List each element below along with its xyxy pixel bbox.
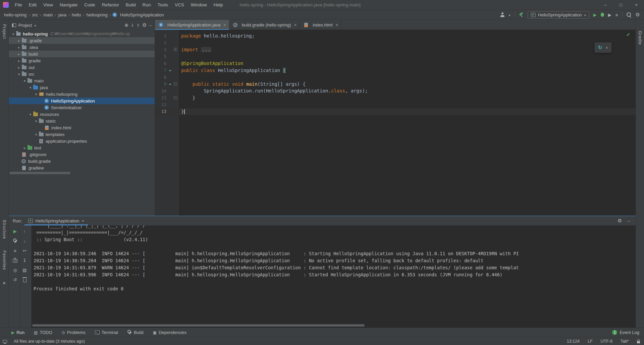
chevron-down-icon[interactable]: ▾ — [11, 32, 16, 36]
tree-item-build-gradle[interactable]: Gbuild.gradle — [9, 158, 155, 164]
menu-code[interactable]: Code — [81, 0, 98, 10]
close-tab-icon[interactable]: × — [294, 22, 297, 27]
menu-view[interactable]: View — [40, 0, 56, 10]
tree-item-main[interactable]: ▾main — [9, 77, 155, 84]
tree-item-gradle[interactable]: ▸gradle — [9, 57, 155, 64]
project-panel-title[interactable]: Project — [18, 23, 32, 28]
collapse-all-icon[interactable] — [137, 23, 140, 28]
tree-item-build[interactable]: ▸build — [9, 51, 155, 57]
rerun-button[interactable]: ▶ — [12, 228, 18, 234]
toolwindow-button-terminal[interactable]: >_Terminal — [95, 330, 118, 335]
scroll-to-end-button[interactable]: ↧ — [21, 257, 28, 264]
run-line-icon[interactable]: ▶ — [168, 69, 173, 72]
editor-area[interactable]: 1package hello.hellospring;23+import ...… — [155, 30, 636, 216]
run-tab[interactable]: ▶ HelloSpringApplication — [24, 216, 88, 225]
settings-gear-icon[interactable] — [636, 12, 640, 18]
profile-dropdown-icon[interactable] — [509, 12, 511, 17]
menu-window[interactable]: Window — [187, 0, 210, 10]
close-tab-icon[interactable]: × — [335, 22, 338, 27]
editor-tab-hellospringapplication-java[interactable]: CHelloSpringApplication.java× — [155, 20, 229, 30]
chevron-down-icon[interactable]: ▾ — [22, 79, 27, 83]
chevron-right-icon[interactable]: ▸ — [16, 66, 21, 69]
menu-help[interactable]: Help — [210, 0, 226, 10]
caret-position-widget[interactable]: 13:124 — [567, 339, 580, 344]
edit-configuration-button[interactable] — [12, 237, 18, 244]
close-run-tab-icon[interactable] — [82, 218, 84, 223]
chevron-down-icon[interactable]: ▾ — [34, 133, 39, 136]
inspections-ok-icon[interactable] — [626, 32, 630, 37]
soft-wrap-button[interactable]: ↩ — [21, 247, 28, 254]
run-configuration-select[interactable]: ▶ HelloSpringApplication — [528, 11, 589, 19]
fold-marker-icon[interactable]: − — [173, 82, 178, 86]
up-stacktrace-button[interactable]: ↑ — [21, 228, 28, 234]
down-stacktrace-button[interactable]: ↓ — [21, 237, 28, 244]
build-hammer-icon[interactable] — [519, 12, 524, 17]
stop-button[interactable] — [615, 12, 618, 17]
tree-item-application-properties[interactable]: application.properties — [9, 138, 155, 144]
tree-item-gitignore[interactable]: .gitignore — [9, 151, 155, 158]
toolwindow-button-run[interactable]: ▶Run — [11, 330, 24, 335]
tree-item-index-html[interactable]: index.html — [9, 124, 155, 131]
stop-button[interactable]: ■ — [12, 247, 18, 254]
event-log-button[interactable]: 1 Event Log — [612, 330, 639, 335]
debug-button[interactable] — [601, 13, 604, 17]
breadcrumb-item-hello-spring[interactable]: hello-spring — [3, 12, 27, 17]
chevron-right-icon[interactable]: ▸ — [16, 52, 21, 56]
chevron-right-icon[interactable]: ▸ — [16, 46, 21, 49]
run-line-icon[interactable]: ▶ — [168, 82, 173, 86]
toolwindow-toggle-icon[interactable] — [3, 340, 7, 343]
tree-item-hellospringapplication[interactable]: CHelloSpringApplication — [9, 97, 155, 104]
close-tab-icon[interactable]: × — [223, 22, 226, 27]
chevron-down-icon[interactable]: ▾ — [34, 92, 39, 96]
chevron-down-icon[interactable]: ▾ — [28, 86, 33, 89]
tool-strip-button-project[interactable]: Project — [2, 23, 7, 40]
breadcrumb-item-main[interactable]: main — [43, 12, 53, 17]
tool-strip-button-structure[interactable]: Structure — [2, 219, 7, 240]
search-everywhere-icon[interactable] — [627, 12, 632, 17]
menu-edit[interactable]: Edit — [25, 0, 40, 10]
tree-item-src[interactable]: ▾src — [9, 71, 155, 77]
tree-item-static[interactable]: ▾static — [9, 118, 155, 124]
encoding-widget[interactable]: UTF-8 — [601, 339, 612, 344]
breadcrumb-item-hellospring[interactable]: hellospring — [86, 12, 108, 17]
tool-strip-button-gradle[interactable]: Gradle — [638, 30, 642, 46]
chevron-right-icon[interactable]: ▸ — [16, 59, 21, 63]
expand-all-icon[interactable] — [131, 23, 134, 28]
tree-item-gradlew[interactable]: gradlew — [9, 164, 155, 171]
chevron-down-icon[interactable]: ▾ — [16, 72, 21, 76]
tree-item-servletinitializer[interactable]: CServletInitializer — [9, 104, 155, 111]
profile-icon[interactable] — [500, 12, 505, 17]
run-button[interactable] — [593, 12, 597, 17]
panel-settings-icon[interactable] — [142, 22, 147, 28]
tree-item-out[interactable]: ▸out — [9, 64, 155, 71]
chevron-down-icon[interactable] — [34, 23, 36, 28]
console-output[interactable]: ' |____| .__|_| |_|_| |_\__, | / / / / =… — [32, 225, 636, 328]
line-separator-widget[interactable]: LF — [588, 339, 593, 344]
locate-file-icon[interactable] — [124, 22, 128, 28]
minimize-button[interactable]: – — [598, 0, 613, 10]
menu-tools[interactable]: Tools — [154, 0, 171, 10]
menu-vcs[interactable]: VCS — [171, 0, 187, 10]
print-button[interactable]: ▤ — [21, 267, 28, 273]
close-icon[interactable] — [605, 45, 608, 50]
hide-panel-icon[interactable] — [149, 23, 152, 28]
close-button[interactable]: × — [629, 0, 644, 10]
menu-file[interactable]: File — [11, 0, 25, 10]
console-horizontal-scrollbar[interactable] — [32, 324, 365, 327]
maximize-button[interactable]: □ — [613, 0, 629, 10]
indent-widget[interactable]: Tab* — [621, 339, 629, 344]
menu-navigate[interactable]: Navigate — [56, 0, 81, 10]
tree-item-java[interactable]: ▾java — [9, 84, 155, 91]
breadcrumb-item-hello[interactable]: hello — [71, 12, 82, 17]
chevron-right-icon[interactable]: ▸ — [16, 39, 21, 43]
run-settings-icon[interactable] — [618, 218, 622, 224]
fold-marker-icon[interactable]: + — [173, 48, 178, 51]
clear-all-button[interactable] — [21, 276, 28, 283]
breadcrumb-item-java[interactable]: java — [58, 12, 67, 17]
toolwindow-button-todo[interactable]: ▤TODO — [34, 330, 52, 335]
breadcrumb-item-src[interactable]: src — [32, 12, 39, 17]
tree-item-test[interactable]: ▸test — [9, 144, 155, 151]
tree-item-idea[interactable]: ▸.idea — [9, 44, 155, 51]
editor-tab-build-gradle-hello-spring[interactable]: Gbuild.gradle (hello-spring)× — [229, 20, 300, 30]
reload-classes-icon[interactable] — [598, 45, 602, 51]
